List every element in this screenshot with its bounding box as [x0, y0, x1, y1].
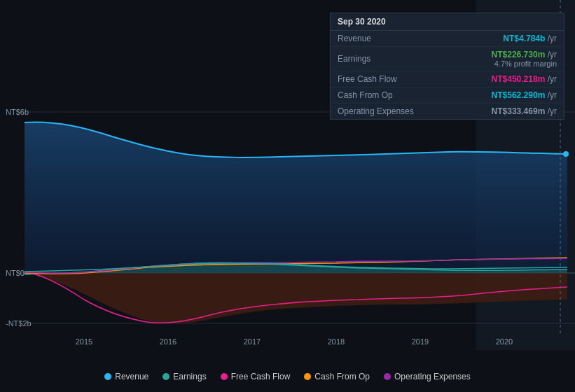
legend-dot-revenue [104, 373, 111, 380]
legend: Revenue Earnings Free Cash Flow Cash Fro… [0, 372, 575, 382]
legend-dot-opex [384, 373, 391, 380]
legend-label-opex: Operating Expenses [394, 372, 471, 382]
tooltip-date: Sep 30 2020 [331, 13, 564, 31]
tooltip-row-fcf: Free Cash Flow NT$450.218m /yr [331, 71, 564, 88]
svg-text:NT$0: NT$0 [6, 269, 25, 277]
tooltip-row-opex: Operating Expenses NT$333.469m /yr [331, 104, 564, 119]
legend-item-opex: Operating Expenses [384, 372, 471, 382]
tooltip-label-fcf: Free Cash Flow [338, 74, 397, 84]
svg-text:2016: 2016 [160, 337, 176, 346]
tooltip-row-revenue: Revenue NT$4.784b /yr [331, 31, 564, 47]
legend-item-revenue: Revenue [104, 372, 148, 382]
svg-text:-NT$2b: -NT$2b [6, 319, 32, 328]
tooltip-label-revenue: Revenue [338, 34, 371, 43]
legend-label-cashfromop: Cash From Op [314, 372, 370, 382]
legend-item-cashfromop: Cash From Op [304, 372, 370, 382]
tooltip-value-revenue: NT$4.784b /yr [503, 34, 557, 43]
tooltip-row-cashfromop: Cash From Op NT$562.290m /yr [331, 88, 564, 104]
legend-dot-cashfromop [304, 373, 311, 380]
svg-text:NT$6b: NT$6b [6, 108, 29, 116]
svg-text:2015: 2015 [76, 337, 92, 346]
legend-dot-earnings [162, 373, 169, 380]
tooltip-value-earnings: NT$226.730m /yr 4.7% profit margin [492, 50, 557, 68]
legend-dot-fcf [221, 373, 228, 380]
tooltip-label-opex: Operating Expenses [338, 106, 414, 116]
legend-item-fcf: Free Cash Flow [221, 372, 291, 382]
svg-text:2020: 2020 [496, 337, 513, 346]
legend-label-earnings: Earnings [173, 372, 206, 382]
tooltip-value-fcf: NT$450.218m /yr [492, 74, 557, 84]
svg-point-15 [563, 151, 569, 157]
tooltip-label-cashfromop: Cash From Op [338, 90, 393, 100]
legend-item-earnings: Earnings [162, 372, 206, 382]
tooltip-value-opex: NT$333.469m /yr [492, 106, 557, 116]
tooltip-label-earnings: Earnings [338, 54, 370, 64]
legend-label-revenue: Revenue [115, 372, 148, 382]
tooltip: Sep 30 2020 Revenue NT$4.784b /yr Earnin… [330, 13, 564, 120]
svg-text:2018: 2018 [328, 337, 345, 346]
legend-label-fcf: Free Cash Flow [231, 372, 291, 382]
chart-container: Sep 30 2020 Revenue NT$4.784b /yr Earnin… [0, 0, 575, 392]
tooltip-value-cashfromop: NT$562.290m /yr [492, 90, 557, 100]
tooltip-row-earnings: Earnings NT$226.730m /yr 4.7% profit mar… [331, 47, 564, 71]
svg-text:2017: 2017 [244, 337, 261, 346]
svg-text:2019: 2019 [412, 337, 429, 346]
